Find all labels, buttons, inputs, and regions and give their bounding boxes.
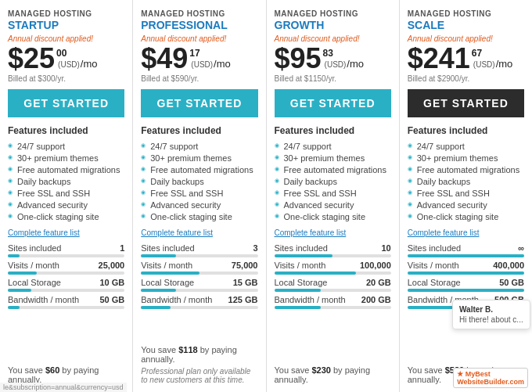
price-currency-startup: (USD) xyxy=(58,60,80,69)
stat-label: Visits / month xyxy=(275,261,326,270)
price-row-startup: $2500(USD)/mo xyxy=(8,45,124,73)
chat-popup[interactable]: Walter B.Hi there! about c... xyxy=(452,300,530,329)
savings-note-growth: You save $230 by paying annually. xyxy=(275,361,391,384)
feature-item: Free automated migrations xyxy=(141,164,257,175)
stat-label: Visits / month xyxy=(408,261,459,270)
stat-bar-fill xyxy=(8,272,37,275)
stat-value: 10 xyxy=(382,243,391,253)
stat-bar-bg xyxy=(8,306,124,309)
stat-label-row: Bandwidth / month125 GB xyxy=(141,295,257,304)
feature-item: One-click staging site xyxy=(275,210,391,222)
features-label-professional: Features included xyxy=(141,125,257,136)
billed-at-scale: Billed at $2900/yr. xyxy=(408,74,524,83)
stat-label-row: Sites included1 xyxy=(8,243,124,253)
feature-item: Free SSL and SSH xyxy=(408,187,524,199)
stat-bar-fill xyxy=(408,272,524,275)
stat-bar-fill xyxy=(8,306,20,309)
plan-name-growth: GROWTH xyxy=(275,19,391,31)
get-started-button-scale[interactable]: GET STARTED xyxy=(408,89,524,117)
stat-bar-bg xyxy=(141,254,257,257)
stat-row: Bandwidth / month50 GB xyxy=(8,295,124,309)
feature-list-growth: 24/7 support30+ premium themesFree autom… xyxy=(275,140,391,222)
stat-bar-bg xyxy=(8,289,124,292)
stat-bar-fill xyxy=(141,306,170,309)
stat-bar-fill xyxy=(141,289,176,292)
stat-value: 15 GB xyxy=(233,278,258,287)
get-started-button-startup[interactable]: GET STARTED xyxy=(8,89,124,117)
get-started-button-growth[interactable]: GET STARTED xyxy=(275,89,391,117)
stat-label: Local Storage xyxy=(275,278,328,287)
stat-label-row: Sites included∞ xyxy=(408,243,524,253)
stat-label-row: Sites included3 xyxy=(141,243,257,253)
billed-at-professional: Billed at $590/yr. xyxy=(141,74,257,83)
billed-at-growth: Billed at $1150/yr. xyxy=(275,74,391,83)
features-label-scale: Features included xyxy=(408,125,524,136)
stat-label: Bandwidth / month xyxy=(275,295,346,304)
stats-table-growth: Sites included10Visits / month100,000Loc… xyxy=(275,243,391,312)
feature-item: Free automated migrations xyxy=(8,164,124,175)
stat-label-row: Local Storage15 GB xyxy=(141,278,257,287)
plan-note-professional: Professional plan only available to new … xyxy=(141,367,257,384)
price-dollar-scale: $241 xyxy=(408,45,470,73)
stat-row: Local Storage20 GB xyxy=(275,278,391,292)
complete-feature-link-professional[interactable]: Complete feature list xyxy=(141,228,257,237)
feature-item: Free SSL and SSH xyxy=(275,187,391,199)
feature-item: Advanced security xyxy=(275,199,391,210)
stat-value: 25,000 xyxy=(99,261,125,270)
feature-item: 24/7 support xyxy=(408,140,524,152)
stat-label-row: Visits / month400,000 xyxy=(408,261,524,270)
feature-item: One-click staging site xyxy=(8,210,124,222)
stat-row: Visits / month75,000 xyxy=(141,261,257,275)
features-label-startup: Features included xyxy=(8,125,124,136)
stats-table-startup: Sites included1Visits / month25,000Local… xyxy=(8,243,124,312)
stat-bar-bg xyxy=(408,289,524,292)
plan-col-startup: MANAGED HOSTINGSTARTUPAnnual discount ap… xyxy=(0,0,133,392)
feature-item: Advanced security xyxy=(8,199,124,210)
stat-label-row: Sites included10 xyxy=(275,243,391,253)
stat-bar-fill xyxy=(8,254,20,257)
feature-item: 30+ premium themes xyxy=(8,152,124,164)
stat-label: Sites included xyxy=(275,243,329,253)
stat-row: Visits / month25,000 xyxy=(8,261,124,275)
stat-label-row: Bandwidth / month200 GB xyxy=(275,295,391,304)
stat-bar-bg xyxy=(408,272,524,275)
stat-bar-bg xyxy=(408,254,524,257)
stat-bar-bg xyxy=(275,289,391,292)
stat-label-row: Visits / month25,000 xyxy=(8,261,124,270)
feature-list-professional: 24/7 support30+ premium themesFree autom… xyxy=(141,140,257,222)
price-row-growth: $9583(USD)/mo xyxy=(275,45,391,73)
plan-header-label-growth: MANAGED HOSTING xyxy=(275,9,391,18)
plan-name-scale: SCALE xyxy=(408,19,524,31)
billed-at-startup: Billed at $300/yr. xyxy=(8,74,124,83)
price-currency-professional: (USD) xyxy=(191,60,213,69)
complete-feature-link-startup[interactable]: Complete feature list xyxy=(8,228,124,237)
stat-value: 125 GB xyxy=(228,295,258,304)
get-started-button-professional[interactable]: GET STARTED xyxy=(141,89,257,117)
feature-item: Free SSL and SSH xyxy=(141,187,257,199)
feature-item: Free automated migrations xyxy=(275,164,391,175)
stat-row: Sites included3 xyxy=(141,243,257,257)
stat-row: Sites included∞ xyxy=(408,243,524,257)
stat-row: Bandwidth / month125 GB xyxy=(141,295,257,309)
stat-bar-fill xyxy=(275,306,322,309)
stat-value: 100,000 xyxy=(360,261,391,270)
stat-label: Visits / month xyxy=(141,261,192,270)
complete-feature-link-scale[interactable]: Complete feature list xyxy=(408,228,524,237)
price-currency-scale: (USD) xyxy=(473,60,495,69)
price-mo-professional: /mo xyxy=(214,58,231,70)
plan-name-startup: STARTUP xyxy=(8,19,124,31)
complete-feature-link-growth[interactable]: Complete feature list xyxy=(275,228,391,237)
stat-row: Visits / month400,000 xyxy=(408,261,524,275)
feature-list-scale: 24/7 support30+ premium themesFree autom… xyxy=(408,140,524,222)
feature-item: 30+ premium themes xyxy=(408,152,524,164)
feature-item: 30+ premium themes xyxy=(275,152,391,164)
feature-list-startup: 24/7 support30+ premium themesFree autom… xyxy=(8,140,124,222)
stat-bar-fill xyxy=(8,289,31,292)
stat-label: Visits / month xyxy=(8,261,59,270)
stat-bar-bg xyxy=(141,272,257,275)
chat-popup-text: Hi there! about c... xyxy=(459,315,523,324)
stat-value: 50 GB xyxy=(99,295,124,304)
price-mo-scale: /mo xyxy=(496,58,513,70)
stat-label-row: Visits / month100,000 xyxy=(275,261,391,270)
stat-label-row: Local Storage20 GB xyxy=(275,278,391,287)
